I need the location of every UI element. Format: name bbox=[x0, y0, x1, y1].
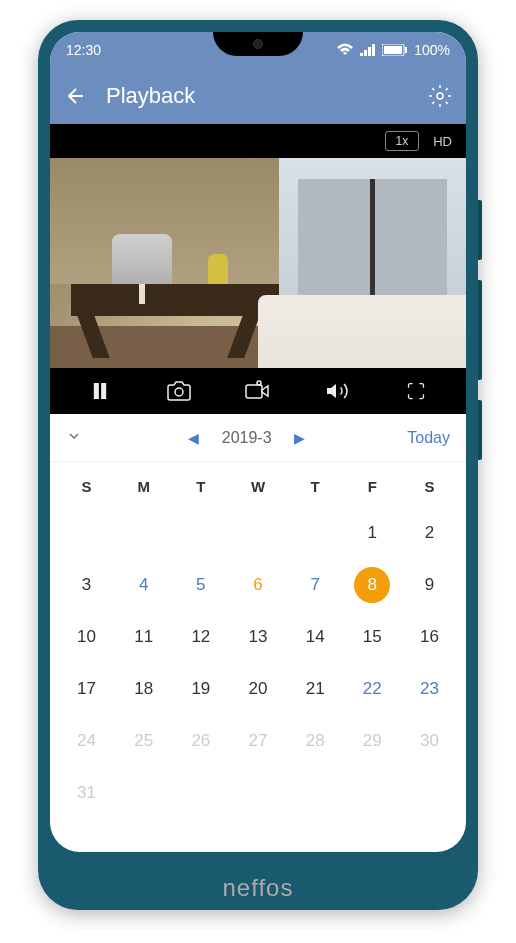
signal-icon bbox=[360, 44, 376, 56]
status-time: 12:30 bbox=[66, 42, 101, 58]
calendar-grid: SMTWTFS 12345678910111213141516171819202… bbox=[50, 462, 466, 823]
calendar-day[interactable]: 18 bbox=[115, 667, 172, 711]
video-control-bar bbox=[50, 368, 466, 414]
snapshot-button[interactable] bbox=[159, 371, 199, 411]
calendar-day[interactable]: 12 bbox=[172, 615, 229, 659]
svg-rect-8 bbox=[94, 384, 98, 399]
day-header: S bbox=[401, 470, 458, 503]
svg-rect-5 bbox=[384, 46, 402, 54]
calendar-day[interactable]: 30 bbox=[401, 719, 458, 763]
status-right: 100% bbox=[336, 42, 450, 58]
calendar-day[interactable]: 26 bbox=[172, 719, 229, 763]
svg-rect-1 bbox=[364, 50, 367, 56]
svg-rect-2 bbox=[368, 47, 371, 56]
calendar-day[interactable]: 21 bbox=[287, 667, 344, 711]
calendar-day[interactable]: 19 bbox=[172, 667, 229, 711]
battery-percent: 100% bbox=[414, 42, 450, 58]
calendar-empty-cell bbox=[58, 511, 115, 555]
app-header: Playback bbox=[50, 68, 466, 124]
front-camera bbox=[253, 39, 263, 49]
calendar-day[interactable]: 13 bbox=[229, 615, 286, 659]
calendar-day[interactable]: 16 bbox=[401, 615, 458, 659]
phone-side-button bbox=[478, 400, 482, 460]
calendar-day[interactable]: 9 bbox=[401, 563, 458, 607]
phone-notch bbox=[213, 32, 303, 56]
video-quality-button[interactable]: HD bbox=[433, 134, 452, 149]
calendar-day[interactable]: 27 bbox=[229, 719, 286, 763]
svg-point-12 bbox=[257, 381, 261, 385]
day-header: T bbox=[172, 470, 229, 503]
screen: 12:30 100% Playback 1x HD bbox=[50, 32, 466, 852]
calendar-day[interactable]: 15 bbox=[344, 615, 401, 659]
calendar-day[interactable]: 23 bbox=[401, 667, 458, 711]
wifi-icon bbox=[336, 43, 354, 57]
calendar-day[interactable]: 6 bbox=[229, 563, 286, 607]
calendar-day[interactable]: 22 bbox=[344, 667, 401, 711]
calendar-empty-cell bbox=[229, 511, 286, 555]
svg-rect-9 bbox=[101, 384, 105, 399]
phone-side-button bbox=[478, 280, 482, 380]
month-label: 2019-3 bbox=[222, 429, 272, 447]
video-playback-area[interactable] bbox=[50, 158, 466, 368]
calendar-day[interactable]: 29 bbox=[344, 719, 401, 763]
prev-month-button[interactable]: ◀ bbox=[186, 430, 202, 446]
calendar-day[interactable]: 5 bbox=[172, 563, 229, 607]
calendar-day[interactable]: 17 bbox=[58, 667, 115, 711]
calendar-day[interactable]: 2 bbox=[401, 511, 458, 555]
svg-point-7 bbox=[437, 93, 443, 99]
svg-point-10 bbox=[175, 388, 183, 396]
fullscreen-button[interactable] bbox=[396, 371, 436, 411]
svg-rect-3 bbox=[372, 44, 375, 56]
calendar-header: ◀ 2019-3 ▶ Today bbox=[50, 414, 466, 462]
calendar-empty-cell bbox=[287, 511, 344, 555]
day-header: F bbox=[344, 470, 401, 503]
calendar-day[interactable]: 25 bbox=[115, 719, 172, 763]
svg-rect-0 bbox=[360, 53, 363, 56]
calendar-empty-cell bbox=[172, 511, 229, 555]
back-button[interactable] bbox=[64, 84, 88, 108]
calendar-day[interactable]: 7 bbox=[287, 563, 344, 607]
calendar-day[interactable]: 28 bbox=[287, 719, 344, 763]
month-navigation: ◀ 2019-3 ▶ bbox=[86, 429, 407, 447]
day-header: W bbox=[229, 470, 286, 503]
next-month-button[interactable]: ▶ bbox=[292, 430, 308, 446]
calendar-day[interactable]: 4 bbox=[115, 563, 172, 607]
phone-brand: neffos bbox=[223, 874, 294, 902]
calendar-empty-cell bbox=[115, 511, 172, 555]
record-button[interactable] bbox=[238, 371, 278, 411]
calendar-day[interactable]: 31 bbox=[58, 771, 115, 815]
audio-button[interactable] bbox=[317, 371, 357, 411]
calendar-day[interactable]: 1 bbox=[344, 511, 401, 555]
phone-side-button bbox=[478, 200, 482, 260]
video-top-bar: 1x HD bbox=[50, 124, 466, 158]
settings-button[interactable] bbox=[428, 84, 452, 108]
calendar-days: 1234567891011121314151617181920212223242… bbox=[58, 511, 458, 815]
calendar-day[interactable]: 20 bbox=[229, 667, 286, 711]
day-headers-row: SMTWTFS bbox=[58, 470, 458, 503]
page-title: Playback bbox=[106, 83, 428, 109]
battery-icon bbox=[382, 44, 408, 56]
calendar-day[interactable]: 14 bbox=[287, 615, 344, 659]
phone-frame: 12:30 100% Playback 1x HD bbox=[38, 20, 478, 910]
calendar-day[interactable]: 3 bbox=[58, 563, 115, 607]
calendar-day[interactable]: 24 bbox=[58, 719, 115, 763]
svg-rect-11 bbox=[246, 385, 262, 398]
day-header: S bbox=[58, 470, 115, 503]
today-button[interactable]: Today bbox=[407, 429, 450, 447]
day-header: T bbox=[287, 470, 344, 503]
svg-marker-13 bbox=[327, 384, 336, 398]
calendar-day[interactable]: 11 bbox=[115, 615, 172, 659]
calendar-day[interactable]: 10 bbox=[58, 615, 115, 659]
playback-speed-button[interactable]: 1x bbox=[385, 131, 420, 151]
day-header: M bbox=[115, 470, 172, 503]
camera-feed-placeholder bbox=[50, 158, 466, 368]
svg-rect-6 bbox=[405, 47, 407, 53]
pause-button[interactable] bbox=[80, 371, 120, 411]
calendar-day[interactable]: 8 bbox=[344, 563, 401, 607]
calendar-collapse-toggle[interactable] bbox=[66, 428, 86, 448]
